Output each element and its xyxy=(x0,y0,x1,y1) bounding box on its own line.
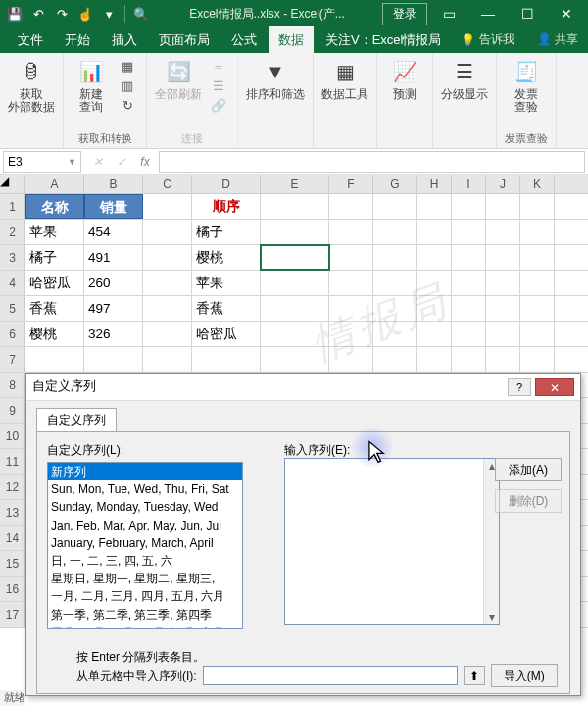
cell-K5[interactable] xyxy=(520,296,555,321)
cell-J5[interactable] xyxy=(486,296,520,321)
search-icon[interactable]: 🔍 xyxy=(130,3,152,25)
cell-G5[interactable] xyxy=(373,296,417,321)
col-header-A[interactable]: A xyxy=(25,175,84,193)
list-item[interactable]: Jan, Feb, Mar, Apr, May, Jun, Jul xyxy=(48,517,242,534)
row-header[interactable]: 16 xyxy=(0,577,25,601)
tab-custom[interactable]: 关注V：Excel情报局 xyxy=(316,26,451,53)
list-entries-textarea[interactable]: ▴▾ xyxy=(284,458,500,625)
cell-D1[interactable]: 顺序 xyxy=(192,194,261,219)
cell-G4[interactable] xyxy=(373,271,417,295)
save-icon[interactable]: 💾 xyxy=(4,3,25,25)
cell-I1[interactable] xyxy=(452,194,486,219)
cell-A2[interactable]: 苹果 xyxy=(25,220,84,244)
cell-C4[interactable] xyxy=(143,271,192,295)
cell-C2[interactable] xyxy=(143,220,192,244)
cell-E5[interactable] xyxy=(261,296,329,321)
name-box[interactable]: E3▼ xyxy=(3,151,81,173)
col-header-H[interactable]: H xyxy=(417,175,452,193)
data-tools-button[interactable]: ▦数据工具 xyxy=(321,57,368,101)
refresh-all-button[interactable]: 🔄全部刷新 xyxy=(155,57,202,101)
row-header[interactable]: 17 xyxy=(0,602,25,627)
ribbon-options-icon[interactable]: ▭ xyxy=(431,3,466,25)
cell-E6[interactable] xyxy=(261,322,329,346)
cell-F7[interactable] xyxy=(329,347,373,372)
import-range-input[interactable] xyxy=(203,666,458,685)
cell-D6[interactable]: 哈密瓜 xyxy=(192,322,261,346)
col-header-B[interactable]: B xyxy=(84,175,143,193)
fx-icon[interactable]: fx xyxy=(134,155,156,169)
cell-B3[interactable]: 491 xyxy=(84,245,143,270)
col-header-G[interactable]: G xyxy=(373,175,417,193)
cell-G7[interactable] xyxy=(373,347,417,372)
tab-insert[interactable]: 插入 xyxy=(102,26,147,53)
cell-A3[interactable]: 橘子 xyxy=(25,245,84,270)
row-header[interactable]: 1 xyxy=(0,194,25,219)
cell-B1[interactable]: 销量 xyxy=(84,194,143,219)
row-header[interactable]: 3 xyxy=(0,245,25,270)
close-icon[interactable]: ✕ xyxy=(549,3,584,25)
tell-me[interactable]: 💡告诉我 xyxy=(453,26,522,53)
cell-C1[interactable] xyxy=(143,194,192,219)
cell-A5[interactable]: 香蕉 xyxy=(25,296,84,321)
cell-D4[interactable]: 苹果 xyxy=(192,271,261,295)
dialog-close-button[interactable]: ✕ xyxy=(535,378,574,396)
cell-D3[interactable]: 樱桃 xyxy=(192,245,261,270)
cell-A7[interactable] xyxy=(25,347,84,372)
recent-sources-icon[interactable]: ↻ xyxy=(117,96,138,114)
cell-E2[interactable] xyxy=(261,220,329,244)
cell-A1[interactable]: 名称 xyxy=(25,194,84,219)
scrollbar[interactable]: ▴▾ xyxy=(483,459,499,624)
cell-A4[interactable]: 哈密瓜 xyxy=(25,271,84,295)
cell-I7[interactable] xyxy=(452,347,486,372)
from-table-icon[interactable]: ▥ xyxy=(117,76,138,94)
tab-data[interactable]: 数据 xyxy=(269,26,314,53)
maximize-icon[interactable]: ☐ xyxy=(510,3,545,25)
row-header[interactable]: 12 xyxy=(0,475,25,499)
cell-H6[interactable] xyxy=(417,322,452,346)
custom-lists-listbox[interactable]: 新序列Sun, Mon, Tue, Wed, Thu, Fri, SatSund… xyxy=(47,462,243,629)
cell-J3[interactable] xyxy=(486,245,520,270)
col-header-I[interactable]: I xyxy=(452,175,486,193)
row-header[interactable]: 9 xyxy=(0,398,25,423)
cell-K4[interactable] xyxy=(520,271,555,295)
get-external-data-button[interactable]: 🛢获取 外部数据 xyxy=(8,57,55,114)
cell-J2[interactable] xyxy=(486,220,520,244)
list-item[interactable]: January, February, March, April xyxy=(48,534,242,552)
cell-A6[interactable]: 樱桃 xyxy=(25,322,84,346)
properties-icon[interactable]: ☰ xyxy=(208,76,229,94)
list-item[interactable]: 正月, 二月, 三月, 四月, 五月, 六月 xyxy=(48,624,242,629)
row-header[interactable]: 2 xyxy=(0,220,25,244)
cell-F5[interactable] xyxy=(329,296,373,321)
list-item[interactable]: 星期日, 星期一, 星期二, 星期三, xyxy=(48,570,242,587)
cell-I2[interactable] xyxy=(452,220,486,244)
cell-G3[interactable] xyxy=(373,245,417,270)
tab-home[interactable]: 开始 xyxy=(55,26,100,53)
invoice-check-button[interactable]: 🧾发票 查验 xyxy=(507,57,546,114)
cell-B4[interactable]: 260 xyxy=(84,271,143,295)
col-header-F[interactable]: F xyxy=(329,175,373,193)
dialog-help-button[interactable]: ? xyxy=(508,378,531,396)
row-header[interactable]: 7 xyxy=(0,347,25,372)
cell-H1[interactable] xyxy=(417,194,452,219)
cell-I6[interactable] xyxy=(452,322,486,346)
cell-D5[interactable]: 香蕉 xyxy=(192,296,261,321)
cell-J1[interactable] xyxy=(486,194,520,219)
cell-J4[interactable] xyxy=(486,271,520,295)
list-item[interactable]: 新序列 xyxy=(48,463,242,480)
row-header[interactable]: 13 xyxy=(0,500,25,525)
col-header-D[interactable]: D xyxy=(192,175,261,193)
col-header-C[interactable]: C xyxy=(143,175,192,193)
cell-C6[interactable] xyxy=(143,322,192,346)
cell-C5[interactable] xyxy=(143,296,192,321)
cell-K1[interactable] xyxy=(520,194,555,219)
cell-F1[interactable] xyxy=(329,194,373,219)
cell-J7[interactable] xyxy=(486,347,520,372)
cell-H3[interactable] xyxy=(417,245,452,270)
cell-C7[interactable] xyxy=(143,347,192,372)
list-item[interactable]: 一月, 二月, 三月, 四月, 五月, 六月 xyxy=(48,587,242,605)
cell-H4[interactable] xyxy=(417,271,452,295)
cell-G2[interactable] xyxy=(373,220,417,244)
row-header[interactable]: 10 xyxy=(0,424,25,448)
cell-H2[interactable] xyxy=(417,220,452,244)
share-button[interactable]: 👤 共享 xyxy=(527,26,588,53)
